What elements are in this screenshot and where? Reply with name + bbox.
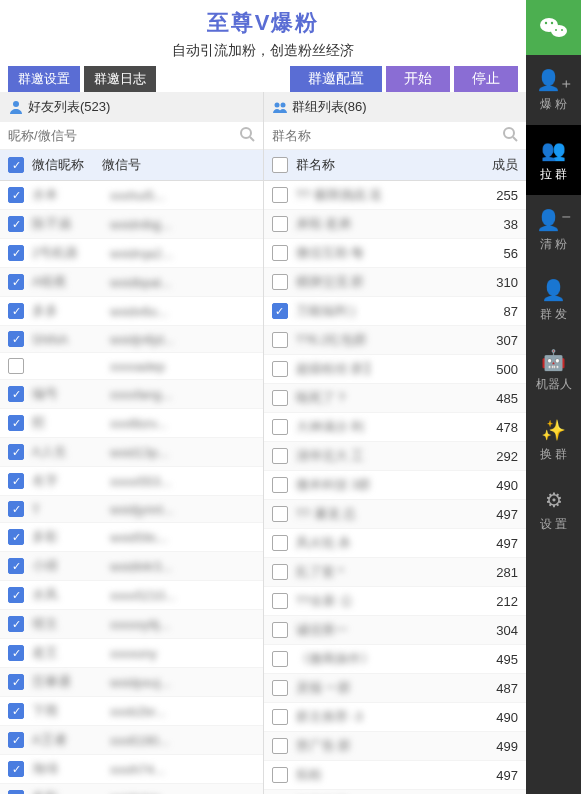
sidebar-item-5[interactable]: ✨换 群 (526, 405, 581, 475)
start-button[interactable]: 开始 (386, 66, 450, 92)
checkbox[interactable] (272, 651, 288, 667)
checkbox[interactable]: ✓ (8, 732, 24, 748)
group-row[interactable]: 群主推荐 -3490 (264, 703, 527, 732)
groups-select-all[interactable] (272, 157, 288, 173)
group-row[interactable]: ??全新 公212 (264, 587, 527, 616)
friend-row[interactable]: ✓海绵xxxih74... (0, 755, 263, 784)
checkbox[interactable]: ✓ (8, 645, 24, 661)
sidebar-item-2[interactable]: 👤⁻清 粉 (526, 195, 581, 265)
checkbox[interactable]: ✓ (8, 245, 24, 261)
checkbox[interactable]: ✓ (8, 386, 24, 402)
checkbox[interactable]: ✓ (8, 529, 24, 545)
friend-row[interactable]: ✓SNNAwxidjn6jd... (0, 326, 263, 353)
friend-row[interactable]: ✓编号xxxxfang... (0, 380, 263, 409)
stop-button[interactable]: 停止 (454, 66, 518, 92)
config-button[interactable]: 群邀配置 (290, 66, 382, 92)
checkbox[interactable]: ✓ (8, 616, 24, 632)
checkbox[interactable] (272, 535, 288, 551)
checkbox[interactable]: ✓ (8, 587, 24, 603)
group-row[interactable]: 诚信第一304 (264, 616, 527, 645)
group-row[interactable]: ?? 屠龙 总497 (264, 500, 527, 529)
checkbox[interactable] (8, 358, 24, 374)
groups-search-input[interactable] (272, 128, 503, 143)
checkbox[interactable] (272, 593, 288, 609)
tab-group-settings[interactable]: 群邀设置 (8, 66, 80, 92)
friend-row[interactable]: ✓下雨xxxb2br... (0, 697, 263, 726)
group-row[interactable]: ✓万能福利 )87 (264, 297, 527, 326)
search-icon[interactable] (239, 126, 255, 145)
friend-row[interactable]: ✓水本xxxhui5... (0, 181, 263, 210)
checkbox[interactable] (272, 477, 288, 493)
group-row[interactable]: 微信互助 每56 (264, 239, 527, 268)
checkbox[interactable] (272, 709, 288, 725)
sidebar-item-3[interactable]: 👤群 发 (526, 265, 581, 335)
friend-row[interactable]: ✓A人生wxid13p... (0, 438, 263, 467)
friend-row[interactable]: ✓多彩wxid59c... (0, 523, 263, 552)
group-row[interactable]: 拓粉 497 (264, 761, 527, 790)
checkbox[interactable]: ✓ (8, 703, 24, 719)
wechat-logo[interactable] (526, 0, 581, 55)
group-row[interactable]: 清华北大 工292 (264, 442, 527, 471)
friends-search-input[interactable] (8, 128, 239, 143)
group-row[interactable]: 乱了套 ^281 (264, 558, 527, 587)
friend-row[interactable]: ✓多彩wxidvjpg... (0, 784, 263, 794)
friend-row[interactable]: ✓A暗夜wxidbpal... (0, 268, 263, 297)
checkbox[interactable]: ✓ (8, 501, 24, 517)
friend-row[interactable]: ✓馆主xxxxxy9j... (0, 610, 263, 639)
sidebar-item-0[interactable]: 👤₊爆 粉 (526, 55, 581, 125)
tab-group-log[interactable]: 群邀日志 (84, 66, 156, 92)
checkbox[interactable] (272, 564, 288, 580)
checkbox[interactable] (272, 448, 288, 464)
friend-row[interactable]: ✓2号机器wxidrqa2... (0, 239, 263, 268)
friend-row[interactable]: ✓A王者xxx6190... (0, 726, 263, 755)
checkbox[interactable]: ✓ (8, 790, 24, 794)
checkbox[interactable]: ✓ (8, 558, 24, 574)
checkbox[interactable]: ✓ (272, 303, 288, 319)
checkbox[interactable]: ✓ (8, 473, 24, 489)
checkbox[interactable]: ✓ (8, 216, 24, 232)
checkbox[interactable] (272, 767, 288, 783)
checkbox[interactable]: ✓ (8, 331, 24, 347)
checkbox[interactable]: ✓ (8, 303, 24, 319)
group-row[interactable]: 呕死了 ?485 (264, 384, 527, 413)
checkbox[interactable]: ✓ (8, 415, 24, 431)
friend-row[interactable]: xxxxadep (0, 353, 263, 380)
group-row[interactable]: 微米科技 3群490 (264, 471, 527, 500)
checkbox[interactable]: ✓ (8, 187, 24, 203)
group-row[interactable]: 棋牌交流 群310 (264, 268, 527, 297)
friend-row[interactable]: ✓水风xxxx5210... (0, 581, 263, 610)
sidebar-item-1[interactable]: 👥拉 群 (526, 125, 581, 195)
checkbox[interactable] (272, 738, 288, 754)
checkbox[interactable] (272, 390, 288, 406)
sidebar-item-6[interactable]: ⚙设 置 (526, 475, 581, 545)
friend-row[interactable]: ✓多多wxidv6o... (0, 297, 263, 326)
checkbox[interactable] (272, 506, 288, 522)
checkbox[interactable] (272, 680, 288, 696)
checkbox[interactable]: ✓ (8, 674, 24, 690)
friend-row[interactable]: ✓百事通wxidpxuj... (0, 668, 263, 697)
group-row[interactable]: ?? 极限挑战 送255 (264, 181, 527, 210)
checkbox[interactable] (272, 419, 288, 435)
checkbox[interactable] (272, 216, 288, 232)
group-row[interactable]: 灵猫 一群487 (264, 674, 527, 703)
friend-row[interactable]: ✓陈子涵wxidn8qj... (0, 210, 263, 239)
group-row[interactable]: 来啦 老弟38 (264, 210, 527, 239)
checkbox[interactable] (272, 361, 288, 377)
group-row[interactable]: 禁广告 群499 (264, 732, 527, 761)
checkbox[interactable]: ✓ (8, 761, 24, 777)
friend-row[interactable]: ✓小得wxidit4r3... (0, 552, 263, 581)
friend-row[interactable]: ✓老王xxxxony (0, 639, 263, 668)
friends-select-all[interactable]: ✓ (8, 157, 24, 173)
checkbox[interactable] (272, 245, 288, 261)
friend-row[interactable]: ✓Twxidjynnl... (0, 496, 263, 523)
group-row[interactable]: 风火轮 杀497 (264, 529, 527, 558)
checkbox[interactable]: ✓ (8, 274, 24, 290)
checkbox[interactable] (272, 332, 288, 348)
friend-row[interactable]: ✓熙xxx6bzv... (0, 409, 263, 438)
group-row[interactable]: 恒森集团496 (264, 790, 527, 794)
checkbox[interactable] (272, 274, 288, 290)
search-icon[interactable] (502, 126, 518, 145)
checkbox[interactable] (272, 622, 288, 638)
checkbox[interactable] (272, 187, 288, 203)
group-row[interactable]: 大神满分 利478 (264, 413, 527, 442)
